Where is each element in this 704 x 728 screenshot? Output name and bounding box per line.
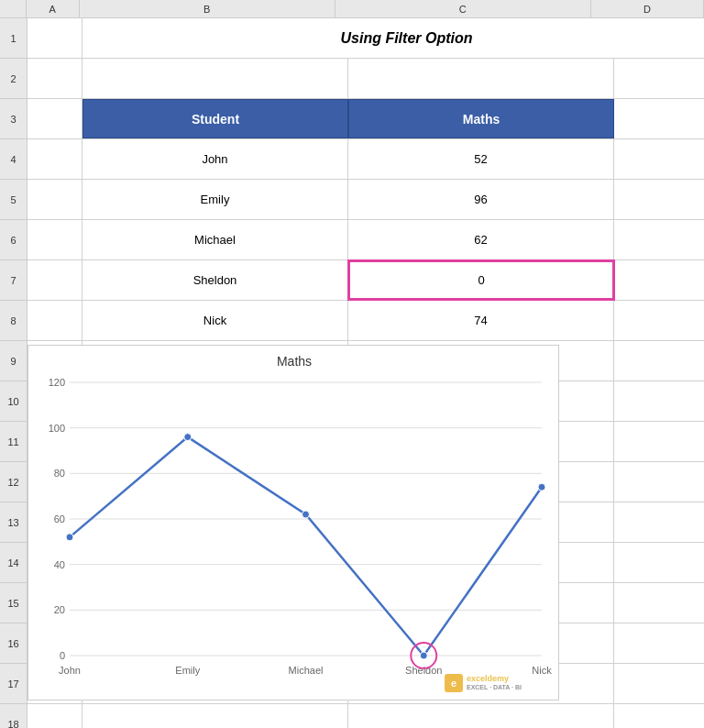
- column-headers: A B C D: [0, 0, 704, 18]
- svg-text:Maths: Maths: [277, 354, 312, 369]
- cell-14-d[interactable]: [614, 543, 704, 582]
- rows-area: 123456789101112131415161718 Using Filter…: [0, 18, 704, 728]
- cell-8-d[interactable]: [614, 301, 704, 340]
- cell-8-a: [28, 301, 82, 340]
- cell-6-b[interactable]: Michael: [82, 220, 348, 259]
- row-num-17: 17: [0, 664, 27, 704]
- grid-row-3: StudentMaths: [28, 99, 704, 139]
- cell-7-d[interactable]: [614, 260, 704, 300]
- row-num-9: 9: [0, 341, 27, 381]
- grid-row-1: Using Filter Option: [28, 18, 704, 59]
- svg-text:20: 20: [54, 604, 65, 615]
- svg-point-21: [302, 511, 310, 518]
- cell-18-d[interactable]: [614, 704, 704, 728]
- svg-text:0: 0: [60, 650, 65, 661]
- svg-text:40: 40: [54, 559, 65, 570]
- cell-5-b[interactable]: Emily: [82, 180, 348, 219]
- cell-4-d[interactable]: [614, 139, 704, 179]
- cell-2-b[interactable]: [82, 59, 348, 98]
- watermark-line1: exceldemy: [467, 675, 522, 684]
- cell-13-d[interactable]: [614, 502, 704, 542]
- cell-5-c[interactable]: 96: [348, 180, 614, 219]
- row-num-13: 13: [0, 502, 27, 543]
- col-header-a: A: [27, 0, 80, 17]
- grid-row-18: [28, 704, 704, 728]
- col-header-b: B: [80, 0, 336, 17]
- row-num-14: 14: [0, 543, 27, 583]
- cell-7-b[interactable]: Sheldon: [82, 260, 348, 300]
- cell-8-c[interactable]: 74: [348, 301, 614, 340]
- cell-4-a: [28, 139, 82, 179]
- cell-5-a: [28, 180, 82, 219]
- row-num-2: 2: [0, 59, 27, 99]
- grid-row-6: Michael62: [28, 220, 704, 260]
- svg-text:e: e: [451, 678, 456, 689]
- cell-6-c[interactable]: 62: [348, 220, 614, 259]
- svg-point-19: [66, 534, 73, 541]
- cell-2-d[interactable]: [614, 59, 704, 98]
- row-num-5: 5: [0, 180, 27, 220]
- cell-2-a: [28, 59, 82, 98]
- cell-6-d[interactable]: [614, 220, 704, 259]
- cell-2-c[interactable]: [348, 59, 614, 98]
- spreadsheet: A B C D 123456789101112131415161718 Usin…: [0, 0, 704, 728]
- cell-10-d[interactable]: [614, 381, 704, 421]
- cell-1-a: [28, 18, 82, 58]
- row-num-16: 16: [0, 623, 27, 664]
- row-num-15: 15: [0, 583, 27, 623]
- cell-7-c[interactable]: 0: [348, 260, 614, 300]
- cell-6-a: [28, 220, 82, 259]
- grid-content: Using Filter OptionStudentMathsJohn52Emi…: [28, 18, 704, 728]
- cell-3-c[interactable]: Maths: [348, 99, 614, 138]
- cell-4-c[interactable]: 52: [348, 139, 614, 179]
- grid-row-8: Nick74: [28, 301, 704, 341]
- svg-text:Emily: Emily: [175, 665, 200, 676]
- svg-text:Michael: Michael: [289, 665, 324, 676]
- svg-text:John: John: [59, 665, 81, 676]
- svg-text:Nick: Nick: [532, 665, 552, 676]
- svg-text:120: 120: [49, 377, 65, 388]
- cell-4-b[interactable]: John: [82, 139, 348, 179]
- cell-16-d[interactable]: [614, 623, 704, 663]
- grid-row-2: [28, 59, 704, 99]
- cell-3-a: [28, 99, 82, 138]
- row-num-11: 11: [0, 422, 27, 462]
- cell-18-b[interactable]: [82, 704, 348, 728]
- cell-7-a: [28, 260, 82, 300]
- watermark: e exceldemy EXCEL · DATA · BI: [445, 674, 522, 692]
- cell-12-d[interactable]: [614, 462, 704, 502]
- row-num-10: 10: [0, 381, 27, 422]
- watermark-line2: EXCEL · DATA · BI: [467, 684, 522, 691]
- cell-18-c[interactable]: [348, 704, 614, 728]
- svg-text:60: 60: [54, 513, 65, 524]
- row-numbers: 123456789101112131415161718: [0, 18, 28, 728]
- cell-18-a: [28, 704, 82, 728]
- row-num-4: 4: [0, 139, 27, 180]
- row-num-12: 12: [0, 462, 27, 502]
- grid-row-7: Sheldon0: [28, 260, 704, 301]
- cell-15-d[interactable]: [614, 583, 704, 623]
- chart-area: 020406080100120JohnEmilyMichaelSheldonNi…: [28, 345, 559, 700]
- svg-text:100: 100: [49, 423, 65, 434]
- grid-row-5: Emily96: [28, 180, 704, 220]
- cell-3-b[interactable]: Student: [82, 99, 348, 138]
- svg-point-22: [420, 652, 427, 659]
- row-num-3: 3: [0, 99, 27, 139]
- cell-11-d[interactable]: [614, 422, 704, 461]
- svg-text:Sheldon: Sheldon: [405, 665, 442, 676]
- row-num-1: 1: [0, 18, 27, 59]
- cell-1-b[interactable]: Using Filter Option: [82, 18, 704, 58]
- svg-point-23: [538, 483, 545, 491]
- cell-3-d[interactable]: [614, 99, 704, 138]
- row-num-18: 18: [0, 704, 27, 728]
- cell-9-d[interactable]: [614, 341, 704, 381]
- row-num-7: 7: [0, 260, 27, 301]
- svg-text:80: 80: [54, 468, 65, 479]
- svg-point-20: [184, 434, 192, 441]
- grid-row-4: John52: [28, 139, 704, 180]
- cell-8-b[interactable]: Nick: [82, 301, 348, 340]
- col-header-d: D: [591, 0, 704, 17]
- cell-17-d[interactable]: [614, 664, 704, 703]
- cell-5-d[interactable]: [614, 180, 704, 219]
- col-header-c: C: [336, 0, 591, 17]
